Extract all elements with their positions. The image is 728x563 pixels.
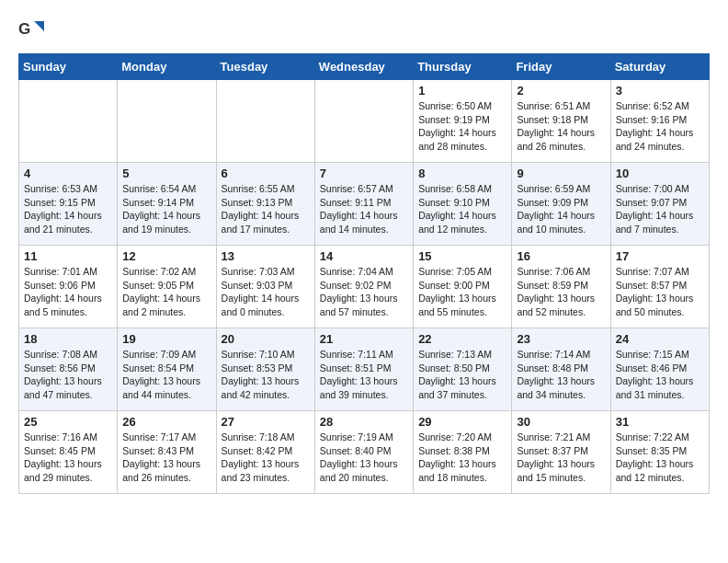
day-info: Sunrise: 7:15 AM Sunset: 8:46 PM Dayligh… <box>616 348 704 402</box>
day-number: 27 <box>222 415 310 429</box>
day-info: Sunrise: 6:54 AM Sunset: 9:14 PM Dayligh… <box>122 182 210 236</box>
calendar-cell: 24Sunrise: 7:15 AM Sunset: 8:46 PM Dayli… <box>610 328 709 411</box>
calendar-cell: 14Sunrise: 7:04 AM Sunset: 9:02 PM Dayli… <box>314 246 413 328</box>
day-number: 9 <box>517 167 605 180</box>
calendar-cell: 25Sunrise: 7:16 AM Sunset: 8:45 PM Dayli… <box>19 411 118 494</box>
day-info: Sunrise: 7:05 AM Sunset: 9:00 PM Dayligh… <box>418 265 506 319</box>
day-info: Sunrise: 7:08 AM Sunset: 8:56 PM Dayligh… <box>24 348 112 402</box>
calendar-cell <box>118 80 216 163</box>
calendar-cell: 28Sunrise: 7:19 AM Sunset: 8:40 PM Dayli… <box>314 411 413 494</box>
day-number: 30 <box>517 415 605 429</box>
day-number: 6 <box>222 167 310 180</box>
day-header-saturday: Saturday <box>610 54 709 80</box>
svg-text:G: G <box>18 20 30 38</box>
page-header: G <box>18 18 710 44</box>
calendar-cell: 18Sunrise: 7:08 AM Sunset: 8:56 PM Dayli… <box>19 328 118 411</box>
day-header-wednesday: Wednesday <box>314 54 413 80</box>
day-header-monday: Monday <box>118 54 216 80</box>
day-info: Sunrise: 7:04 AM Sunset: 9:02 PM Dayligh… <box>320 265 408 319</box>
calendar-table: SundayMondayTuesdayWednesdayThursdayFrid… <box>18 53 710 494</box>
day-number: 21 <box>320 332 408 346</box>
day-number: 13 <box>222 249 310 263</box>
day-info: Sunrise: 6:59 AM Sunset: 9:09 PM Dayligh… <box>517 182 605 236</box>
day-number: 16 <box>517 249 605 263</box>
week-row-5: 25Sunrise: 7:16 AM Sunset: 8:45 PM Dayli… <box>19 411 710 494</box>
calendar-cell: 3Sunrise: 6:52 AM Sunset: 9:16 PM Daylig… <box>610 80 709 163</box>
day-info: Sunrise: 7:22 AM Sunset: 8:35 PM Dayligh… <box>616 431 704 485</box>
day-header-thursday: Thursday <box>414 54 512 80</box>
calendar-cell: 6Sunrise: 6:55 AM Sunset: 9:13 PM Daylig… <box>216 163 314 246</box>
calendar-cell: 13Sunrise: 7:03 AM Sunset: 9:03 PM Dayli… <box>216 246 314 328</box>
day-info: Sunrise: 7:09 AM Sunset: 8:54 PM Dayligh… <box>122 348 210 402</box>
calendar-cell: 26Sunrise: 7:17 AM Sunset: 8:43 PM Dayli… <box>118 411 216 494</box>
day-header-friday: Friday <box>512 54 610 80</box>
week-row-2: 4Sunrise: 6:53 AM Sunset: 9:15 PM Daylig… <box>19 163 710 246</box>
day-header-tuesday: Tuesday <box>216 54 314 80</box>
calendar-cell: 16Sunrise: 7:06 AM Sunset: 8:59 PM Dayli… <box>512 246 610 328</box>
day-header-sunday: Sunday <box>19 54 118 80</box>
calendar-cell: 10Sunrise: 7:00 AM Sunset: 9:07 PM Dayli… <box>610 163 709 246</box>
calendar-cell: 15Sunrise: 7:05 AM Sunset: 9:00 PM Dayli… <box>414 246 512 328</box>
day-info: Sunrise: 7:06 AM Sunset: 8:59 PM Dayligh… <box>517 265 605 319</box>
calendar-cell: 5Sunrise: 6:54 AM Sunset: 9:14 PM Daylig… <box>118 163 216 246</box>
day-number: 7 <box>320 167 408 180</box>
day-number: 29 <box>418 415 506 429</box>
day-info: Sunrise: 7:16 AM Sunset: 8:45 PM Dayligh… <box>24 431 112 485</box>
day-number: 12 <box>122 249 210 263</box>
day-info: Sunrise: 6:50 AM Sunset: 9:19 PM Dayligh… <box>418 99 506 154</box>
calendar-cell: 30Sunrise: 7:21 AM Sunset: 8:37 PM Dayli… <box>512 411 610 494</box>
day-number: 19 <box>122 332 210 346</box>
day-number: 10 <box>616 167 704 180</box>
week-row-3: 11Sunrise: 7:01 AM Sunset: 9:06 PM Dayli… <box>19 246 710 328</box>
day-number: 2 <box>517 84 605 98</box>
day-info: Sunrise: 7:10 AM Sunset: 8:53 PM Dayligh… <box>222 348 310 402</box>
calendar-cell <box>19 80 118 163</box>
day-number: 23 <box>517 332 605 346</box>
day-info: Sunrise: 6:55 AM Sunset: 9:13 PM Dayligh… <box>222 182 310 236</box>
calendar-cell: 19Sunrise: 7:09 AM Sunset: 8:54 PM Dayli… <box>118 328 216 411</box>
day-number: 25 <box>24 415 112 429</box>
calendar-cell: 21Sunrise: 7:11 AM Sunset: 8:51 PM Dayli… <box>314 328 413 411</box>
day-number: 3 <box>616 84 704 98</box>
day-number: 14 <box>320 249 408 263</box>
calendar-cell: 27Sunrise: 7:18 AM Sunset: 8:42 PM Dayli… <box>216 411 314 494</box>
day-number: 15 <box>418 249 506 263</box>
day-number: 26 <box>122 415 210 429</box>
calendar-cell: 23Sunrise: 7:14 AM Sunset: 8:48 PM Dayli… <box>512 328 610 411</box>
logo: G <box>18 18 48 44</box>
day-number: 22 <box>418 332 506 346</box>
svg-marker-1 <box>34 21 44 31</box>
calendar-cell <box>216 80 314 163</box>
day-number: 18 <box>24 332 112 346</box>
calendar-cell: 12Sunrise: 7:02 AM Sunset: 9:05 PM Dayli… <box>118 246 216 328</box>
day-info: Sunrise: 7:14 AM Sunset: 8:48 PM Dayligh… <box>517 348 605 402</box>
day-info: Sunrise: 7:01 AM Sunset: 9:06 PM Dayligh… <box>24 265 112 319</box>
calendar-cell: 17Sunrise: 7:07 AM Sunset: 8:57 PM Dayli… <box>610 246 709 328</box>
day-number: 5 <box>122 167 210 180</box>
day-number: 24 <box>616 332 704 346</box>
calendar-cell: 29Sunrise: 7:20 AM Sunset: 8:38 PM Dayli… <box>414 411 512 494</box>
day-info: Sunrise: 6:57 AM Sunset: 9:11 PM Dayligh… <box>320 182 408 236</box>
calendar-cell: 2Sunrise: 6:51 AM Sunset: 9:18 PM Daylig… <box>512 80 610 163</box>
logo-icon: G <box>18 18 44 44</box>
day-info: Sunrise: 7:13 AM Sunset: 8:50 PM Dayligh… <box>418 348 506 402</box>
day-number: 17 <box>616 249 704 263</box>
day-info: Sunrise: 6:58 AM Sunset: 9:10 PM Dayligh… <box>418 182 506 236</box>
day-info: Sunrise: 7:20 AM Sunset: 8:38 PM Dayligh… <box>418 431 506 485</box>
day-info: Sunrise: 6:52 AM Sunset: 9:16 PM Dayligh… <box>616 99 704 154</box>
day-number: 4 <box>24 167 112 180</box>
calendar-cell: 9Sunrise: 6:59 AM Sunset: 9:09 PM Daylig… <box>512 163 610 246</box>
day-info: Sunrise: 7:00 AM Sunset: 9:07 PM Dayligh… <box>616 182 704 236</box>
day-info: Sunrise: 7:18 AM Sunset: 8:42 PM Dayligh… <box>222 431 310 485</box>
calendar-cell: 11Sunrise: 7:01 AM Sunset: 9:06 PM Dayli… <box>19 246 118 328</box>
day-number: 20 <box>222 332 310 346</box>
day-number: 8 <box>418 167 506 180</box>
day-number: 31 <box>616 415 704 429</box>
calendar-header-row: SundayMondayTuesdayWednesdayThursdayFrid… <box>19 54 710 80</box>
day-number: 28 <box>320 415 408 429</box>
week-row-4: 18Sunrise: 7:08 AM Sunset: 8:56 PM Dayli… <box>19 328 710 411</box>
week-row-1: 1Sunrise: 6:50 AM Sunset: 9:19 PM Daylig… <box>19 80 710 163</box>
calendar-cell: 20Sunrise: 7:10 AM Sunset: 8:53 PM Dayli… <box>216 328 314 411</box>
calendar-cell: 7Sunrise: 6:57 AM Sunset: 9:11 PM Daylig… <box>314 163 413 246</box>
calendar-cell <box>314 80 413 163</box>
